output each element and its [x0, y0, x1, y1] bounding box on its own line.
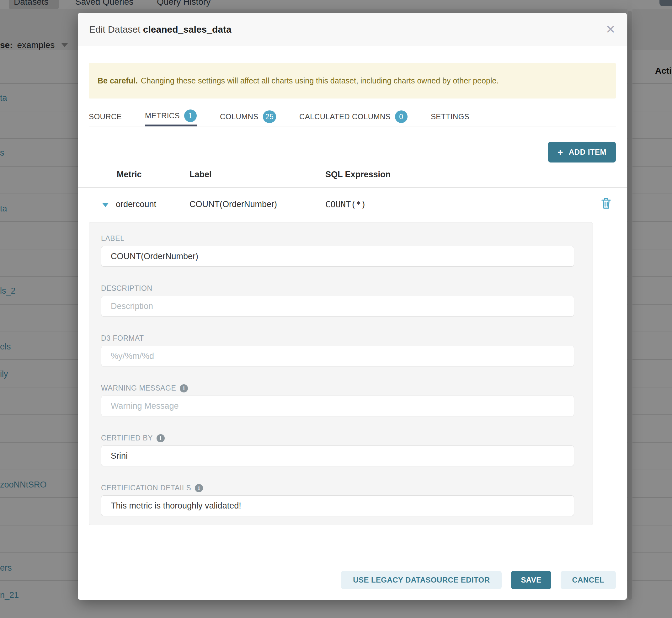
tab-source[interactable]: SOURCE [89, 107, 122, 126]
info-icon: i [157, 434, 165, 442]
warning-banner: Be careful.Changing these settings will … [89, 63, 616, 99]
tab-settings[interactable]: SETTINGS [431, 107, 469, 126]
warning-banner-text: Changing these settings will affect all … [141, 76, 499, 85]
certified-by-field: CERTIFIED BY i [101, 434, 574, 466]
metric-row: ordercount COUNT(OrderNumber) COUNT(*) [78, 188, 627, 221]
description-field: DESCRIPTION [101, 284, 574, 317]
tab-columns[interactable]: COLUMNS 25 [220, 107, 276, 126]
tab-label: CALCULATED COLUMNS [299, 112, 391, 121]
warning-message-field-label: WARNING MESSAGE [101, 384, 176, 393]
metric-detail-panel: LABEL DESCRIPTION D3 FORMAT WARNING MESS… [89, 222, 593, 525]
trash-icon[interactable] [601, 198, 611, 209]
plus-icon: + [558, 147, 563, 157]
info-icon: i [180, 384, 188, 393]
scrollbar-thumb[interactable] [628, 11, 632, 600]
calculated-columns-count-badge: 0 [395, 110, 407, 123]
certified-by-input[interactable] [101, 445, 574, 466]
info-icon: i [195, 484, 203, 492]
modal-header: Edit Dataset cleaned_sales_data ✕ [78, 13, 627, 46]
metric-sql-expression: COUNT(*) [325, 200, 366, 209]
label-input[interactable] [101, 246, 574, 267]
column-header-label: Label [189, 170, 212, 180]
modal-footer: USE LEGACY DATASOURCE EDITOR SAVE CANCEL [78, 560, 627, 600]
certification-details-field: CERTIFICATION DETAILS i [101, 484, 574, 516]
column-header-sql-expression: SQL Expression [325, 170, 391, 180]
tab-metrics[interactable]: METRICS 1 [145, 107, 197, 126]
modal-title-prefix: Edit Dataset [89, 24, 140, 34]
add-item-label: ADD ITEM [569, 148, 606, 157]
warning-message-input[interactable] [101, 396, 574, 416]
caret-down-icon[interactable] [102, 203, 109, 207]
metrics-count-badge: 1 [184, 109, 197, 122]
use-legacy-datasource-editor-button[interactable]: USE LEGACY DATASOURCE EDITOR [341, 571, 502, 589]
save-button[interactable]: SAVE [511, 571, 551, 589]
certification-details-field-label: CERTIFICATION DETAILS [101, 484, 191, 492]
metric-label: COUNT(OrderNumber) [189, 200, 277, 209]
cancel-button[interactable]: CANCEL [561, 571, 616, 589]
d3-format-field: D3 FORMAT [101, 334, 574, 367]
tab-label: METRICS [145, 111, 180, 120]
modal-title: Edit Dataset cleaned_sales_data [89, 24, 231, 35]
metric-name: ordercount [116, 200, 156, 209]
column-header-metric: Metric [117, 170, 142, 180]
add-item-button[interactable]: + ADD ITEM [548, 142, 616, 163]
close-icon[interactable]: ✕ [605, 23, 615, 35]
metrics-table-header: Metric Label SQL Expression [78, 170, 627, 187]
certified-by-field-label: CERTIFIED BY [101, 434, 153, 442]
label-field: LABEL [101, 234, 574, 267]
d3-format-input[interactable] [101, 346, 574, 367]
certification-details-input[interactable] [101, 495, 574, 516]
description-input[interactable] [101, 296, 574, 317]
tab-label: COLUMNS [220, 112, 259, 121]
tab-label: SETTINGS [431, 112, 469, 121]
modal-title-dataset-name: cleaned_sales_data [143, 24, 231, 34]
warning-message-field: WARNING MESSAGE i [101, 384, 574, 416]
d3-format-field-label: D3 FORMAT [101, 334, 144, 342]
description-field-label: DESCRIPTION [101, 284, 153, 293]
columns-count-badge: 25 [263, 110, 276, 123]
modal-tabs: SOURCE METRICS 1 COLUMNS 25 CALCULATED C… [89, 107, 616, 126]
screen: Datasets Saved Queries Query History se:… [0, 0, 672, 618]
scrollbar-track[interactable] [628, 0, 633, 618]
label-field-label: LABEL [101, 234, 124, 243]
tab-calculated-columns[interactable]: CALCULATED COLUMNS 0 [299, 107, 407, 126]
tab-label: SOURCE [89, 112, 122, 121]
warning-banner-bold: Be careful. [98, 76, 138, 85]
edit-dataset-modal: Edit Dataset cleaned_sales_data ✕ Be car… [78, 13, 627, 600]
